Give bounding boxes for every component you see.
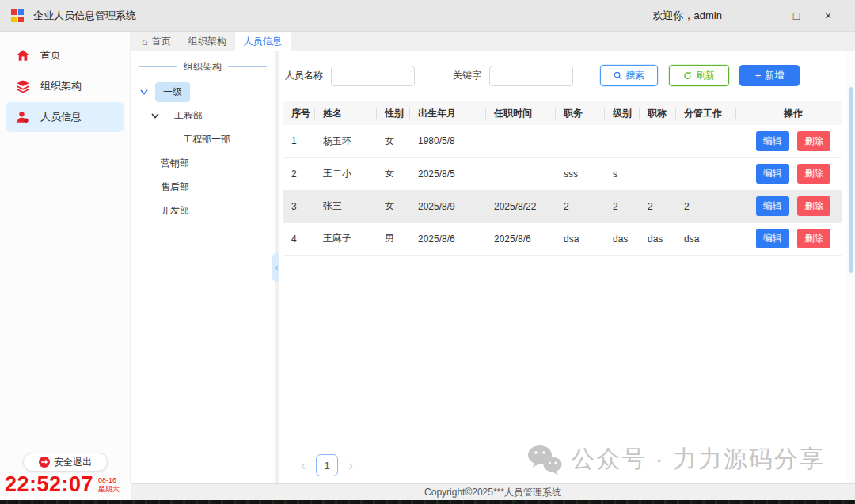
tab-label: 首页 [152, 35, 171, 48]
edit-button[interactable]: 编辑 [756, 164, 789, 184]
copyright-text: Copyright©2025***人员管理系统 [424, 486, 561, 499]
chevron-left-icon: ‹ [276, 262, 279, 273]
col-seq: 序号 [283, 101, 315, 125]
watermark: 公众号 · 力力源码分享 [526, 443, 825, 476]
minimize-button[interactable]: — [749, 6, 781, 26]
refresh-button-label: 刷新 [696, 69, 715, 82]
delete-button[interactable]: 删除 [797, 164, 830, 184]
pagination: ‹ 1 › [301, 454, 353, 476]
prev-page-button[interactable]: ‹ [301, 458, 306, 472]
edit-button[interactable]: 编辑 [756, 229, 789, 248]
sidebar-item-org[interactable]: 组织架构 [6, 71, 124, 101]
col-operations: 操作 [736, 101, 842, 125]
search-button-label: 搜索 [626, 69, 645, 82]
tab-org[interactable]: 组织架构 [180, 32, 235, 51]
window-controls: — □ × [749, 6, 844, 26]
add-button-label: 新增 [765, 69, 784, 82]
logout-icon [39, 457, 50, 468]
edit-button[interactable]: 编辑 [756, 131, 789, 151]
user-icon [16, 110, 30, 124]
maximize-button[interactable]: □ [781, 6, 812, 26]
tree-node-label: 工程部一部 [175, 130, 238, 150]
tab-strip: ⌂ 首页 组织架构 人员信息 [131, 32, 855, 51]
tree-node-marketing[interactable]: 营销部 [131, 151, 275, 175]
titlebar: 企业人员信息管理系统 欢迎你，admin — □ × [0, 0, 855, 32]
home-icon [16, 48, 30, 63]
tree-node-label: 一级 [155, 82, 190, 102]
table-row[interactable]: 3 张三 女 2025/8/9 2025/8/22 2 2 2 2 编辑 [283, 190, 842, 222]
add-button[interactable]: + 新增 [739, 65, 800, 86]
scrollbar-thumb[interactable] [849, 87, 853, 273]
wechat-icon [526, 444, 563, 476]
sidebar-item-home[interactable]: 首页 [6, 40, 124, 70]
tree-header: 组织架构 [131, 57, 275, 80]
sidebar-item-label: 人员信息 [40, 110, 82, 124]
table-header-row: 序号 姓名 性别 出生年月 任职时间 职务 级别 职称 分管工作 操作 [283, 101, 842, 125]
watermark-text: 公众号 · 力力源码分享 [571, 443, 825, 476]
col-name: 姓名 [315, 101, 377, 125]
clock-date: 08-16 [98, 476, 120, 484]
plus-icon: + [755, 70, 762, 81]
tab-label: 组织架构 [188, 35, 226, 48]
col-birth: 出生年月 [410, 101, 486, 125]
scrollbar-track[interactable] [846, 51, 855, 483]
sidebar-item-label: 首页 [40, 48, 61, 63]
search-bar: 人员名称 关键字 搜索 刷新 + [283, 65, 846, 86]
clock-time: 22:52:07 [5, 472, 93, 497]
chevron-down-icon[interactable] [140, 89, 148, 95]
tree-node-dev[interactable]: 开发部 [131, 199, 275, 222]
close-button[interactable]: × [812, 6, 844, 26]
personnel-panel: 人员名称 关键字 搜索 刷新 + [279, 51, 846, 483]
main-area: ⌂ 首页 组织架构 人员信息 组织架构 [131, 32, 855, 483]
edit-button[interactable]: 编辑 [756, 196, 789, 216]
logout-button[interactable]: 安全退出 [23, 453, 108, 472]
delete-button[interactable]: 删除 [797, 229, 830, 248]
table-row[interactable]: 1 杨玉环 女 1980/5/8 编辑 [283, 125, 842, 157]
app-window: 企业人员信息管理系统 欢迎你，admin — □ × 首页 组织架构 [0, 0, 855, 504]
chevron-down-icon[interactable] [151, 113, 159, 119]
app-logo-icon [11, 9, 24, 22]
copyright-bar: Copyright©2025***人员管理系统 [131, 483, 855, 500]
tree-header-title: 组织架构 [184, 60, 222, 74]
refresh-button[interactable]: 刷新 [669, 65, 729, 86]
col-position: 职务 [556, 101, 605, 125]
tree-node-label: 售后部 [153, 177, 197, 197]
tab-personnel[interactable]: 人员信息 [235, 32, 291, 51]
name-input[interactable] [331, 66, 415, 86]
tree-node-aftersales[interactable]: 售后部 [131, 175, 275, 199]
next-page-button[interactable]: › [348, 458, 353, 472]
layers-icon [16, 79, 30, 93]
desktop-edge-strip [0, 500, 855, 504]
keyword-input[interactable] [489, 66, 573, 86]
personnel-table: 序号 姓名 性别 出生年月 任职时间 职务 级别 职称 分管工作 操作 [283, 101, 842, 256]
welcome-text: 欢迎你，admin [653, 9, 722, 23]
app-title: 企业人员信息管理系统 [33, 9, 136, 23]
home-outline-icon: ⌂ [142, 36, 148, 47]
name-label: 人员名称 [285, 69, 323, 82]
footer: Copyright©2025***人员管理系统 [0, 483, 855, 500]
tree-node-engineering-1[interactable]: 工程部一部 [131, 127, 275, 151]
table-row[interactable]: 2 王二小 女 2025/8/5 sss s 编辑 [283, 157, 842, 190]
tree-node-label: 工程部 [166, 106, 211, 126]
clock-weekday: 星期六 [98, 485, 120, 493]
sidebar: 首页 组织架构 人员信息 [0, 32, 131, 483]
tree-node-level1[interactable]: 一级 [131, 80, 275, 104]
org-tree-panel: 组织架构 一级 工程部 工程部一部 营销部 [131, 51, 275, 483]
page-1-button[interactable]: 1 [316, 454, 338, 476]
tab-home[interactable]: ⌂ 首页 [133, 32, 180, 51]
col-work: 分管工作 [676, 101, 736, 125]
search-icon [614, 71, 622, 80]
search-button[interactable]: 搜索 [600, 65, 658, 86]
clock: 22:52:07 08-16 星期六 [5, 472, 120, 497]
sidebar-item-label: 组织架构 [40, 79, 82, 93]
col-title: 职称 [640, 101, 676, 125]
tree-node-engineering[interactable]: 工程部 [131, 104, 275, 127]
col-tenure: 任职时间 [486, 101, 556, 125]
sidebar-item-personnel[interactable]: 人员信息 [6, 102, 124, 132]
delete-button[interactable]: 删除 [797, 196, 830, 216]
tree-node-label: 营销部 [153, 153, 197, 173]
col-gender: 性别 [377, 101, 410, 125]
tab-label: 人员信息 [244, 35, 282, 48]
delete-button[interactable]: 删除 [797, 131, 830, 151]
table-row[interactable]: 4 王麻子 男 2025/8/6 2025/8/6 dsa das das ds… [283, 222, 842, 255]
